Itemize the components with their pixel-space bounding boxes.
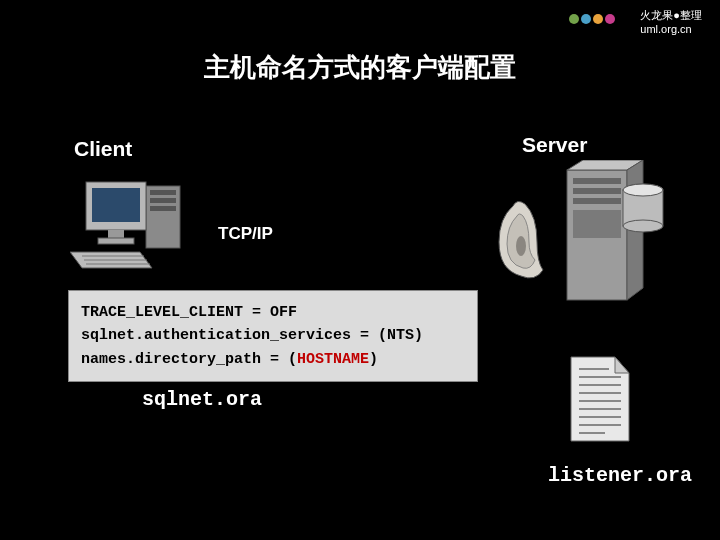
- logo: 火龙果●整理 uml.org.cn: [568, 6, 702, 38]
- svg-line-2: [574, 26, 577, 36]
- server-label: Server: [522, 133, 587, 157]
- logo-text: 火龙果●整理 uml.org.cn: [640, 8, 702, 37]
- svg-rect-21: [98, 238, 134, 244]
- svg-rect-33: [573, 210, 621, 238]
- svg-line-5: [595, 26, 598, 36]
- logo-dots-icon: [568, 6, 632, 38]
- svg-point-13: [623, 25, 630, 32]
- client-label: Client: [74, 137, 132, 161]
- svg-line-4: [586, 26, 589, 36]
- svg-rect-19: [92, 188, 140, 222]
- svg-point-12: [605, 14, 615, 24]
- svg-point-11: [593, 14, 603, 24]
- svg-line-1: [571, 26, 574, 36]
- svg-rect-15: [150, 190, 176, 195]
- svg-line-3: [583, 26, 586, 36]
- logo-line1: 火龙果●整理: [640, 8, 702, 22]
- svg-marker-39: [615, 357, 629, 373]
- svg-rect-16: [150, 198, 176, 203]
- svg-rect-14: [146, 186, 180, 248]
- svg-line-8: [610, 26, 613, 36]
- server-icon: [495, 160, 665, 324]
- svg-rect-17: [150, 206, 176, 211]
- hostname-highlight: HOSTNAME: [297, 351, 369, 368]
- tcpip-label: TCP/IP: [218, 224, 273, 244]
- svg-point-26: [516, 236, 526, 256]
- svg-rect-30: [573, 178, 621, 184]
- document-icon: [565, 355, 635, 449]
- svg-line-6: [598, 26, 601, 36]
- svg-point-37: [623, 184, 663, 196]
- config-line-2: sqlnet.authentication_services = (NTS): [81, 324, 465, 347]
- sqlnet-ora-label: sqlnet.ora: [142, 388, 262, 411]
- svg-rect-20: [108, 230, 124, 238]
- svg-line-7: [607, 26, 610, 36]
- svg-point-36: [623, 220, 663, 232]
- logo-line2: uml.org.cn: [640, 22, 702, 36]
- config-box: TRACE_LEVEL_CLIENT = OFF sqlnet.authenti…: [68, 290, 478, 382]
- svg-rect-31: [573, 188, 621, 194]
- listener-ora-label: listener.ora: [548, 464, 692, 487]
- config-line-1: TRACE_LEVEL_CLIENT = OFF: [81, 301, 465, 324]
- svg-point-9: [569, 14, 579, 24]
- svg-point-10: [581, 14, 591, 24]
- client-computer-icon: [70, 180, 190, 274]
- page-title: 主机命名方式的客户端配置: [0, 50, 720, 85]
- svg-rect-32: [573, 198, 621, 204]
- config-line-3: names.directory_path = (HOSTNAME): [81, 348, 465, 371]
